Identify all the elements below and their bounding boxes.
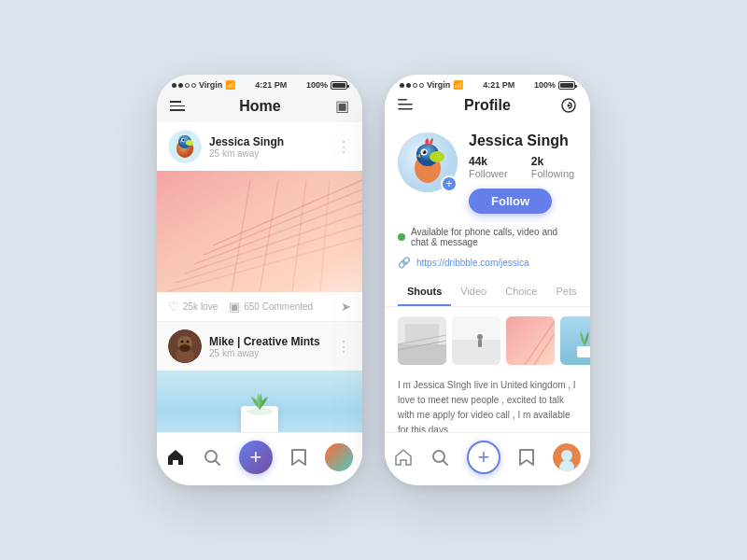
follower-label: Follower [469, 168, 508, 179]
svg-point-40 [430, 151, 444, 162]
following-count: 2k [531, 155, 543, 168]
menu-button-2[interactable] [398, 97, 420, 114]
mike-face-svg [168, 329, 202, 363]
send-icon[interactable]: ➤ [341, 300, 351, 314]
link-icon: 🔗 [398, 257, 411, 269]
post2-header: Mike | Creative Mints 25 km away ⋮ [157, 322, 362, 371]
svg-rect-30 [398, 99, 407, 101]
mike-avatar [168, 329, 202, 363]
battery-percent-2: 100% [534, 80, 556, 90]
mike-avatar-img [168, 329, 202, 363]
photo4-svg [560, 316, 590, 365]
feed-scroll[interactable]: Jessica Singh 25 km away ⋮ [157, 122, 362, 432]
add-nav-button[interactable]: + [239, 441, 273, 474]
profile-nav-btn-2[interactable] [553, 443, 581, 471]
tab-choice[interactable]: Choice [496, 278, 546, 306]
svg-rect-58 [577, 346, 590, 357]
battery-icon-2 [558, 81, 575, 90]
post2-more-icon[interactable]: ⋮ [336, 338, 351, 356]
bookmark-nav-button[interactable] [290, 448, 307, 467]
bird-svg [169, 131, 201, 162]
profile-nav-button[interactable] [325, 443, 353, 471]
signal-dots-2 [400, 83, 424, 88]
following-label: Following [531, 168, 574, 179]
battery-fill [332, 83, 345, 88]
photo1-svg [398, 316, 446, 365]
time-label: 4:21 PM [255, 80, 287, 90]
battery-fill-2 [560, 83, 573, 88]
tab-subs[interactable]: Subs [585, 278, 590, 306]
dot3 [185, 83, 190, 88]
photo-thumb-3[interactable] [506, 316, 555, 365]
post2-meta: 25 km away [209, 348, 329, 358]
home-nav-btn-2[interactable] [394, 448, 413, 467]
jessica-avatar-img [168, 130, 202, 163]
comment-action[interactable]: ▣ 650 Commented [229, 300, 313, 314]
profile-bio: I m Jessica SIngh live in United kingdom… [385, 374, 590, 432]
post1-more-icon[interactable]: ⋮ [336, 138, 351, 156]
svg-rect-47 [398, 344, 446, 365]
like-count: 25k love [183, 301, 218, 312]
status-text: Available for phone calls, video and cha… [411, 227, 577, 247]
home-icon-2 [394, 448, 413, 467]
profile-header-section: + Jessica Singh 44k Follower 2k Followin… [385, 121, 590, 221]
menu-line3 [170, 109, 185, 111]
heart-icon: ♡ [168, 300, 179, 314]
follow-button[interactable]: Follow [469, 189, 552, 214]
svg-point-7 [182, 139, 184, 141]
menu-icon-2 [398, 99, 413, 110]
profile-content[interactable]: + Jessica Singh 44k Follower 2k Followin… [385, 121, 590, 432]
post2-username: Mike | Creative Mints [209, 335, 329, 348]
menu-line2 [170, 105, 185, 107]
settings-icon [560, 97, 577, 114]
svg-point-62 [561, 450, 572, 461]
add-nav-btn-2[interactable]: + [467, 441, 500, 474]
svg-point-52 [477, 334, 483, 340]
pink-stairs-bg [157, 171, 362, 292]
search-nav-icon [203, 448, 221, 467]
svg-point-24 [187, 341, 190, 343]
user-avatar-nav [325, 443, 353, 471]
like-action[interactable]: ♡ 25k love [168, 300, 218, 314]
dot2b [406, 83, 411, 88]
search-nav-btn-2[interactable] [430, 448, 449, 467]
add-photo-badge[interactable]: + [441, 175, 458, 192]
plant-image [157, 371, 362, 432]
status-left-2: Virgin 📶 [400, 80, 463, 90]
tab-shouts[interactable]: Shouts [398, 278, 451, 306]
jessica-avatar [168, 130, 202, 163]
dot1b [400, 83, 404, 88]
bookmark-nav-icon [290, 448, 307, 467]
profile-link[interactable]: 🔗 https://dribbble.com/jessica [385, 253, 590, 273]
home-nav-button[interactable] [166, 448, 185, 467]
post1-username: Jessica Singh [209, 135, 329, 148]
menu-button[interactable] [170, 101, 185, 111]
message-icon[interactable]: ▣ [335, 97, 349, 115]
comment-icon: ▣ [229, 300, 240, 314]
photo-thumb-2[interactable] [452, 316, 500, 365]
tab-pets[interactable]: Pets [546, 278, 585, 306]
bookmark-nav-btn-2[interactable] [518, 448, 535, 467]
photo-thumb-1[interactable] [398, 316, 446, 365]
svg-point-43 [423, 150, 425, 152]
home-nav-icon [166, 448, 185, 467]
photo3-svg [506, 316, 555, 365]
time-label-2: 4:21 PM [483, 80, 514, 90]
profile-stats: 44k Follower 2k Following [469, 155, 577, 179]
tab-video[interactable]: Video [451, 278, 496, 306]
profile-title: Profile [420, 97, 555, 114]
user-avatar-svg [325, 443, 353, 471]
photos-grid [385, 307, 590, 374]
post1-header: Jessica Singh 25 km away ⋮ [157, 122, 362, 171]
search-nav-button[interactable] [203, 448, 221, 467]
profile-avatar-container: + [398, 133, 458, 192]
dot4b [419, 83, 424, 88]
profile-tabs: Shouts Video Choice Pets Subs [385, 278, 590, 307]
home-navbar: Home ▣ [157, 93, 362, 122]
settings-button[interactable] [555, 97, 577, 114]
status-bar-home: Virgin 📶 4:21 PM 100% [157, 75, 362, 93]
photo-thumb-4[interactable] [560, 316, 590, 365]
profile-status: Available for phone calls, video and cha… [385, 221, 590, 253]
post1-meta: 25 km away [209, 148, 329, 159]
status-dot [398, 233, 405, 241]
